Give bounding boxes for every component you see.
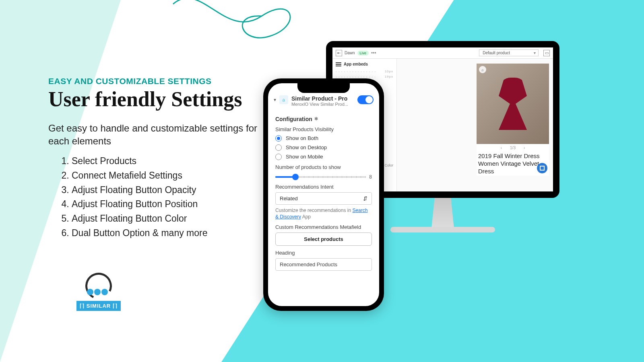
list-item: Adjust Floating Button Color <box>72 212 258 226</box>
app-subtitle: MeroxIO View Similar Prod... <box>291 102 354 107</box>
editor-canvas: ⌕ ‹1/3› 2019 Fall Winter Dress Women Vin… <box>397 59 553 191</box>
template-select[interactable]: Default product <box>479 49 539 56</box>
live-badge: Live <box>357 51 369 56</box>
hero-copy: EASY AND CUSTOMIZABLE SETTINGS User frie… <box>48 76 258 240</box>
decorative-squiggle <box>169 0 322 52</box>
product-title: 2019 Fall Winter Dress Women Vintage Vel… <box>477 152 549 176</box>
exit-icon[interactable]: ⇤ <box>336 50 342 56</box>
phone-notch <box>297 83 350 93</box>
list-item: Select Products <box>72 154 258 169</box>
intent-label: Recommendations Intent <box>275 184 372 190</box>
zoom-icon[interactable]: ⌕ <box>479 66 486 73</box>
monitor-stand <box>424 198 461 227</box>
list-item: Adjust Floating Button Opacity <box>72 183 258 197</box>
feature-list: Select Products Connect Metafield Settin… <box>48 154 258 240</box>
count-label: Number of products to show <box>275 164 372 170</box>
heading-input[interactable]: Recommended Products <box>275 258 372 271</box>
section-title: Configuration ✱ <box>275 116 372 122</box>
eyebrow: EASY AND CUSTOMIZABLE SETTINGS <box>48 76 258 86</box>
app-icon: ⩍ <box>279 95 288 104</box>
count-slider[interactable]: 8 <box>275 174 372 180</box>
count-value: 8 <box>369 174 372 180</box>
preview-icon[interactable]: ▭ <box>543 50 550 56</box>
gear-icon: ✱ <box>314 116 318 121</box>
editor-topbar: ⇤ Dawn Live ••• Default product ▭ <box>332 47 553 59</box>
select-caret-icon: ⇵ <box>363 195 367 202</box>
hamburger-icon <box>336 62 341 66</box>
product-card: ⌕ ‹1/3› 2019 Fall Winter Dress Women Vin… <box>477 64 549 176</box>
headline: User friendly Settings <box>48 88 258 111</box>
product-image: ⌕ <box>477 64 549 144</box>
heading-field-label: Heading <box>275 250 372 256</box>
visibility-label: Similar Products Visibility <box>275 126 372 132</box>
color-label: Color <box>384 163 393 167</box>
app-enable-toggle[interactable] <box>357 95 374 104</box>
image-pager[interactable]: ‹1/3› <box>477 144 549 152</box>
app-title: Similar Product - Pro <box>291 95 354 102</box>
intent-select[interactable]: Related⇵ <box>275 192 372 205</box>
list-item: Dual Button Option & many more <box>72 226 258 241</box>
chevron-down-icon[interactable]: ▾ <box>274 95 276 103</box>
radio-show-mobile[interactable]: Show on Mobile <box>275 154 372 160</box>
sidebar-section-label: App embeds <box>344 62 368 66</box>
radio-show-desktop[interactable]: Show on Desktop <box>275 144 372 151</box>
phone-mockup: ▾ ⩍ Similar Product - Pro MeroxIO View S… <box>263 78 384 311</box>
list-item: Connect Metafield Settings <box>72 169 258 183</box>
lede: Get easy to handle and customizable sett… <box>48 122 258 148</box>
select-products-button[interactable]: Select products <box>275 232 372 246</box>
list-item: Adjust Floating Button Position <box>72 197 258 212</box>
brand-logo: ⌈⌉SIMILAR⌈⌉ <box>72 265 125 318</box>
theme-name: Dawn <box>345 51 355 55</box>
more-icon[interactable]: ••• <box>371 50 376 56</box>
radio-show-both[interactable]: Show on Both <box>275 135 372 142</box>
monitor-base <box>390 227 495 232</box>
metafield-label: Custom Recommendations Metafield <box>275 224 372 230</box>
intent-help: Customize the recommendations in Search … <box>275 207 372 220</box>
